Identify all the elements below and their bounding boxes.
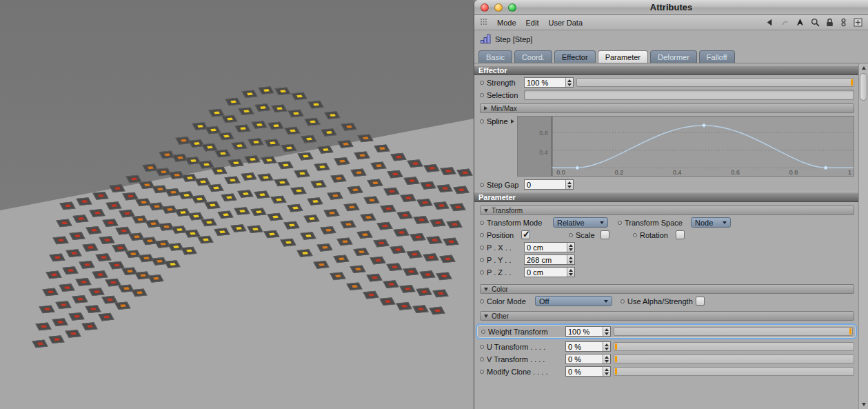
viewport-3d[interactable] — [0, 0, 474, 409]
back-icon[interactable] — [765, 18, 774, 27]
tab-effector[interactable]: Effector — [554, 50, 596, 63]
zoom-button[interactable] — [508, 3, 516, 12]
weight-transform-slider[interactable] — [614, 327, 853, 336]
tab-parameter[interactable]: Parameter — [598, 50, 648, 63]
vertical-scrollbar[interactable] — [858, 63, 868, 409]
menu-mode[interactable]: Mode — [497, 19, 516, 27]
scrollbar-thumb[interactable] — [860, 73, 867, 101]
slider-marker[interactable] — [849, 328, 851, 335]
spline-point-start[interactable] — [575, 166, 578, 170]
keyframe-dot[interactable] — [480, 233, 484, 237]
expanded-arrow-icon — [484, 209, 488, 212]
weight-transform-field[interactable]: 100 % — [565, 326, 611, 337]
scale-label: Scale — [576, 231, 598, 239]
keyframe-dot[interactable] — [480, 345, 484, 349]
transform-space-dropdown[interactable]: Node — [691, 217, 731, 228]
y-tick-label: 0.8 — [539, 130, 547, 137]
spline-menu-arrow-icon[interactable] — [511, 119, 514, 123]
selection-label: Selection — [487, 91, 521, 99]
color-mode-dropdown[interactable]: Off — [535, 296, 612, 306]
close-button[interactable] — [481, 3, 489, 12]
transform-mode-dropdown[interactable]: Relative — [553, 217, 608, 228]
slider-marker[interactable] — [851, 79, 853, 86]
keyframe-dot[interactable] — [569, 233, 573, 237]
rotation-checkbox[interactable] — [676, 230, 685, 239]
spline-curve[interactable] — [552, 126, 854, 168]
keyframe-dot[interactable] — [480, 270, 484, 275]
selection-row: Selection — [480, 90, 854, 100]
up-arrow-icon[interactable] — [796, 18, 805, 27]
tab-falloff[interactable]: Falloff — [699, 50, 735, 63]
color-group-header[interactable]: Color — [480, 284, 854, 294]
transform-space-label: Transform Space — [625, 219, 688, 227]
link-icon[interactable] — [840, 18, 847, 27]
keyframe-dot[interactable] — [480, 81, 484, 85]
tab-coord[interactable]: Coord. — [514, 50, 552, 63]
p-x-field[interactable]: 0 cm — [524, 242, 575, 252]
stepper[interactable] — [565, 78, 573, 87]
keyframe-dot[interactable] — [480, 370, 484, 374]
selection-field[interactable] — [524, 90, 854, 100]
slider-marker[interactable] — [615, 343, 617, 350]
slider-marker[interactable] — [615, 356, 617, 362]
modify-clone-field[interactable]: 0 % — [565, 366, 611, 377]
v-transform-slider[interactable] — [614, 355, 854, 363]
stepper[interactable] — [567, 255, 574, 264]
modify-clone-slider[interactable] — [614, 367, 854, 376]
add-panel-icon[interactable] — [854, 18, 862, 27]
keyframe-dot[interactable] — [480, 93, 484, 97]
p-y-field[interactable]: 268 cm — [524, 255, 575, 265]
strength-slider[interactable] — [576, 78, 854, 87]
lock-icon[interactable] — [826, 18, 834, 27]
stepper[interactable] — [603, 342, 610, 351]
scroll-down-button[interactable] — [859, 400, 868, 409]
minmax-group-header[interactable]: Min/Max — [480, 103, 854, 113]
panel-grid-icon[interactable] — [480, 18, 487, 27]
keyframe-dot[interactable] — [620, 299, 625, 303]
u-transform-field[interactable]: 0 % — [565, 341, 611, 352]
spline-point-peak[interactable] — [702, 123, 705, 127]
spline-editor[interactable]: 0.8 0.4 0.0 0.2 0.4 0.6 0.8 1 — [517, 116, 854, 177]
transform-group-header[interactable]: Transform — [480, 206, 854, 215]
keyframe-dot[interactable] — [480, 221, 484, 225]
keyframe-dot[interactable] — [480, 258, 484, 262]
u-transform-slider[interactable] — [614, 342, 854, 351]
stepper[interactable] — [565, 180, 573, 189]
keyframe-dot[interactable] — [480, 119, 484, 123]
stepper[interactable] — [603, 367, 610, 376]
slider-marker[interactable] — [615, 368, 617, 375]
chevron-down-icon — [723, 221, 727, 224]
search-icon[interactable] — [811, 18, 820, 27]
stepper[interactable] — [603, 327, 610, 336]
tab-deformer[interactable]: Deformer — [650, 50, 697, 63]
object-row[interactable]: Step [Step] — [474, 30, 868, 48]
minimize-button[interactable] — [494, 3, 503, 12]
window-titlebar[interactable]: Attributes — [474, 0, 868, 15]
step-gap-field[interactable]: 0 — [524, 179, 574, 190]
scroll-up-button[interactable] — [859, 63, 868, 72]
v-transform-label: V Transform . . . . — [487, 355, 563, 363]
forward-icon[interactable] — [780, 18, 789, 27]
use-alpha-checkbox[interactable] — [696, 297, 705, 306]
keyframe-dot[interactable] — [480, 357, 484, 361]
spline-point-end[interactable] — [824, 166, 827, 170]
tab-basic[interactable]: Basic — [478, 50, 512, 63]
strength-field[interactable]: 100 % — [524, 77, 574, 88]
stepper[interactable] — [567, 243, 574, 252]
keyframe-dot[interactable] — [480, 183, 484, 187]
color-mode-row: Color Mode Off Use Alpha/Strength — [480, 296, 854, 306]
menu-edit[interactable]: Edit — [526, 19, 539, 27]
p-z-field[interactable]: 0 cm — [524, 267, 575, 277]
other-group-header[interactable]: Other — [480, 311, 854, 321]
stepper[interactable] — [603, 355, 610, 363]
keyframe-dot[interactable] — [480, 299, 484, 303]
keyframe-dot[interactable] — [633, 233, 637, 237]
v-transform-field[interactable]: 0 % — [565, 354, 611, 364]
keyframe-dot[interactable] — [481, 330, 485, 334]
keyframe-dot[interactable] — [480, 246, 484, 250]
stepper[interactable] — [567, 268, 574, 277]
menu-user-data[interactable]: User Data — [549, 19, 583, 27]
position-checkbox[interactable] — [521, 230, 530, 239]
keyframe-dot[interactable] — [618, 221, 622, 225]
scale-checkbox[interactable] — [600, 230, 609, 239]
